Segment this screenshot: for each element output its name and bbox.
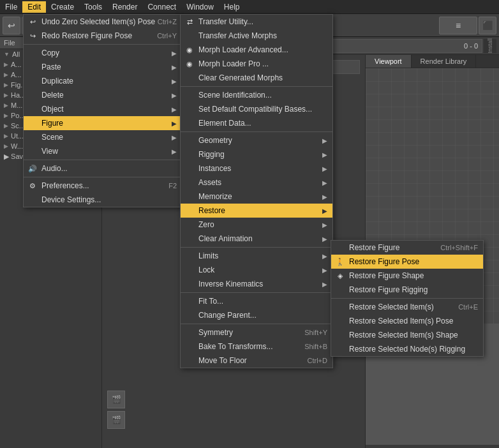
menu-undo[interactable]: ↩ Undo Zero Selected Item(s) Pose Ctrl+Z	[24, 15, 182, 29]
toolbar-btn-10[interactable]: ≡	[439, 17, 477, 34]
menu-edit[interactable]: Edit	[22, 1, 46, 13]
undo-icon: ↩	[27, 17, 38, 27]
redo-icon: ↪	[27, 31, 38, 41]
install-label: Install	[487, 38, 493, 54]
menu-file[interactable]: File	[0, 1, 22, 13]
menu-help[interactable]: Help	[219, 1, 245, 13]
menu-device-settings[interactable]: Device Settings...	[24, 193, 182, 207]
menu-scene[interactable]: Scene ▶	[24, 130, 182, 144]
menu-object[interactable]: Object ▶	[24, 102, 182, 116]
menu-audio[interactable]: 🔊 Audio...	[24, 161, 182, 175]
right-panel: Viewport Render Library	[365, 55, 499, 448]
menu-paste[interactable]: Paste ▶	[24, 60, 182, 74]
menu-redo[interactable]: ↪ Redo Restore Figure Pose Ctrl+Y	[24, 29, 182, 43]
icon-btn-2[interactable]: 🎬	[107, 411, 125, 429]
toolbar-separator-3	[188, 19, 189, 33]
edit-menu-sep-3	[24, 177, 182, 177]
tab-viewport[interactable]: Viewport	[366, 55, 412, 68]
audio-icon: 🔊	[27, 163, 38, 174]
edit-menu[interactable]: ↩ Undo Zero Selected Item(s) Pose Ctrl+Z…	[23, 14, 182, 207]
preferences-icon: ⚙	[27, 181, 38, 191]
menu-window[interactable]: Window	[181, 1, 219, 13]
menu-render[interactable]: Render	[107, 1, 142, 13]
edit-menu-sep-2	[24, 160, 182, 160]
right-panel-tabs: Viewport Render Library	[366, 55, 499, 68]
menu-duplicate[interactable]: Duplicate ▶	[24, 74, 182, 88]
menu-create[interactable]: Create	[46, 1, 79, 13]
menu-tools[interactable]: Tools	[79, 1, 107, 13]
menubar: File Edit Create Tools Render Connect Wi…	[0, 0, 499, 14]
edit-menu-sep-1	[24, 44, 182, 45]
menu-view[interactable]: View ▶	[24, 144, 182, 158]
icon-btn-1[interactable]: 🎬	[107, 391, 125, 408]
svg-rect-1	[366, 68, 499, 324]
toolbar-btn-11[interactable]: ⬛	[479, 17, 496, 34]
menu-delete[interactable]: Delete ▶	[24, 88, 182, 102]
tab-render-library[interactable]: Render Library	[412, 55, 477, 68]
menu-preferences[interactable]: ⚙ Preferences... F2	[24, 179, 182, 193]
menu-copy[interactable]: Copy ▶	[24, 46, 182, 60]
toolbar-btn-1[interactable]: ↩	[3, 17, 20, 34]
menu-connect[interactable]: Connect	[142, 1, 181, 13]
counter: 0 - 0	[464, 42, 478, 50]
menu-figure[interactable]: Figure ▶	[24, 116, 182, 130]
